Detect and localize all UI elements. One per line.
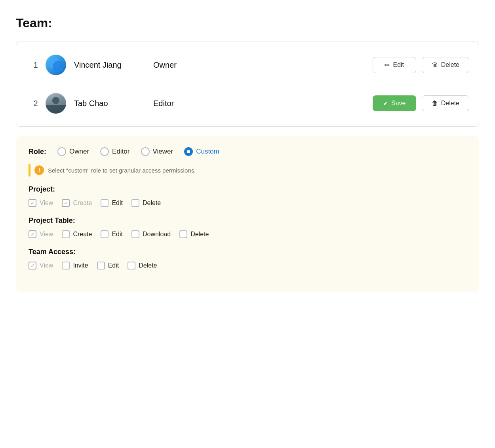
perm-project-edit: Edit <box>101 199 123 207</box>
radio-owner <box>57 147 66 156</box>
role-label: Role: <box>29 148 46 156</box>
perm-ptable-edit: Edit <box>101 230 123 238</box>
row-actions-2: ✔ Save 🗑 Delete <box>373 95 469 111</box>
perm-taccess-delete: Delete <box>128 262 157 270</box>
perm-label-project-view: View <box>40 199 53 207</box>
member-role-2: Editor <box>153 99 205 108</box>
team-table: 1 Vincent Jiang Owner ✏ Edit 🗑 Delete 2 … <box>16 42 479 127</box>
team-access-section-title: Team Access: <box>29 248 466 256</box>
team-access-permissions: Team Access: View Invite Edit Delete <box>29 248 466 270</box>
perm-label-project-create: Create <box>73 199 92 207</box>
avatar-vincent <box>46 55 66 75</box>
edit-label-1: Edit <box>393 61 404 68</box>
checkbox-taccess-delete[interactable] <box>128 262 135 270</box>
perm-label-ptable-edit: Edit <box>112 231 123 238</box>
checkbox-taccess-view[interactable] <box>29 262 36 270</box>
role-option-custom[interactable]: Custom <box>184 147 219 156</box>
perm-taccess-invite: Invite <box>62 262 88 270</box>
perm-project-view: View <box>29 199 53 207</box>
role-owner-text: Owner <box>69 148 89 156</box>
perm-label-project-delete: Delete <box>143 199 161 207</box>
radio-custom <box>184 147 193 156</box>
table-row: 2 Tab Chao Editor ✔ Save 🗑 Delete <box>26 84 469 122</box>
warning-icon: ! <box>34 165 44 175</box>
perm-ptable-download: Download <box>131 230 171 238</box>
project-perm-row: View Create Edit Delete <box>29 199 466 207</box>
save-button-2[interactable]: ✔ Save <box>373 95 416 111</box>
project-table-permissions: Project Table: View Create Edit Download… <box>29 216 466 238</box>
role-row: Role: Owner Editor Viewer Custom <box>29 147 466 156</box>
checkbox-ptable-view[interactable] <box>29 230 36 238</box>
checkbox-project-edit[interactable] <box>101 199 109 207</box>
warning-bar: ! Select "custom" role to set granular a… <box>29 164 466 177</box>
perm-ptable-view: View <box>29 230 53 238</box>
member-name-1: Vincent Jiang <box>74 61 153 70</box>
delete-label-1: Delete <box>441 61 459 68</box>
perm-label-project-edit: Edit <box>112 199 123 207</box>
checkbox-taccess-invite[interactable] <box>62 262 70 270</box>
team-access-perm-row: View Invite Edit Delete <box>29 262 466 270</box>
perm-ptable-create: Create <box>62 230 92 238</box>
perm-ptable-delete: Delete <box>179 230 209 238</box>
page-title: Team: <box>16 16 479 30</box>
checkbox-project-create[interactable] <box>62 199 70 207</box>
project-table-section-title: Project Table: <box>29 216 466 225</box>
perm-label-ptable-delete: Delete <box>190 231 209 238</box>
role-custom-text: Custom <box>196 148 219 156</box>
perm-label-ptable-download: Download <box>143 231 171 238</box>
perm-project-create: Create <box>62 199 92 207</box>
edit-icon: ✏ <box>385 61 390 69</box>
delete-icon-2: 🗑 <box>432 100 438 107</box>
permissions-panel: Role: Owner Editor Viewer Custom ! Selec… <box>16 136 479 292</box>
warning-text: Select "custom" role to set granular acc… <box>48 167 196 174</box>
role-option-viewer[interactable]: Viewer <box>141 147 173 156</box>
delete-button-2[interactable]: 🗑 Delete <box>422 95 469 111</box>
perm-label-taccess-invite: Invite <box>73 262 88 269</box>
checkbox-ptable-delete[interactable] <box>179 230 187 238</box>
perm-label-taccess-edit: Edit <box>108 262 119 269</box>
warning-stripe <box>29 164 30 177</box>
delete-label-2: Delete <box>441 100 459 107</box>
role-option-owner[interactable]: Owner <box>57 147 89 156</box>
checkbox-ptable-download[interactable] <box>131 230 139 238</box>
save-label-2: Save <box>391 100 406 107</box>
table-row: 1 Vincent Jiang Owner ✏ Edit 🗑 Delete <box>26 46 469 84</box>
project-permissions: Project: View Create Edit Delete <box>29 185 466 207</box>
perm-label-ptable-view: View <box>40 231 53 238</box>
save-icon: ✔ <box>383 100 388 107</box>
checkbox-project-delete[interactable] <box>131 199 139 207</box>
perm-label-taccess-delete: Delete <box>139 262 157 269</box>
role-editor-text: Editor <box>112 148 129 156</box>
project-section-title: Project: <box>29 185 466 194</box>
avatar-tab <box>46 93 66 114</box>
perm-label-ptable-create: Create <box>73 231 92 238</box>
edit-button-1[interactable]: ✏ Edit <box>373 57 416 73</box>
role-viewer-text: Viewer <box>153 148 173 156</box>
role-option-editor[interactable]: Editor <box>100 147 129 156</box>
checkbox-taccess-edit[interactable] <box>97 262 105 270</box>
perm-taccess-view: View <box>29 262 53 270</box>
row-actions-1: ✏ Edit 🗑 Delete <box>373 57 469 73</box>
radio-editor <box>100 147 109 156</box>
radio-viewer <box>141 147 150 156</box>
row-number-1: 1 <box>26 61 46 70</box>
checkbox-project-view[interactable] <box>29 199 36 207</box>
member-name-2: Tab Chao <box>74 99 153 108</box>
perm-project-delete: Delete <box>131 199 161 207</box>
row-number-2: 2 <box>26 99 46 108</box>
member-role-1: Owner <box>153 61 205 70</box>
perm-label-taccess-view: View <box>40 262 53 269</box>
delete-icon-1: 🗑 <box>432 61 438 68</box>
checkbox-ptable-create[interactable] <box>62 230 70 238</box>
project-table-perm-row: View Create Edit Download Delete <box>29 230 466 238</box>
perm-taccess-edit: Edit <box>97 262 119 270</box>
checkbox-ptable-edit[interactable] <box>101 230 109 238</box>
delete-button-1[interactable]: 🗑 Delete <box>422 57 469 73</box>
